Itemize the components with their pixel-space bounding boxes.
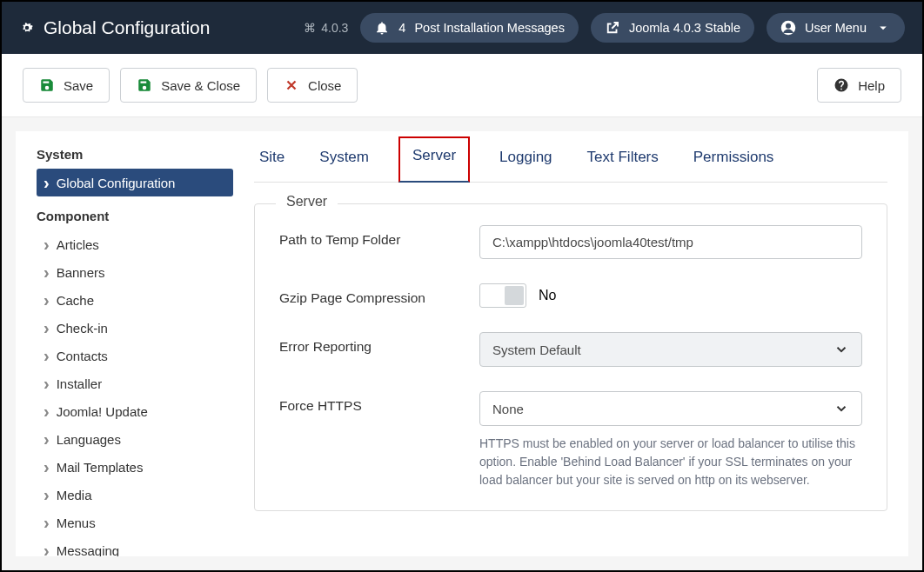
- page-title-area: Global Configuration: [19, 17, 291, 38]
- chevron-right-icon: [44, 402, 50, 420]
- gzip-value: No: [539, 288, 556, 303]
- https-select[interactable]: None: [479, 391, 862, 426]
- sidebar-item-media[interactable]: Media: [37, 481, 233, 509]
- chevron-down-icon: [875, 20, 891, 36]
- joomla-icon: ⌘: [304, 21, 316, 35]
- chevron-down-icon: [834, 342, 849, 357]
- header-bar: Global Configuration ⌘ 4.0.3 4 Post Inst…: [2, 2, 922, 54]
- tab-site[interactable]: Site: [254, 131, 290, 182]
- stable-button[interactable]: Joomla 4.0.3 Stable: [591, 13, 754, 43]
- chevron-right-icon: [44, 263, 50, 281]
- tabs: SiteSystemServerLoggingText FiltersPermi…: [254, 131, 887, 183]
- version-indicator: ⌘ 4.0.3: [304, 21, 348, 35]
- sidebar-item-check-in[interactable]: Check-in: [37, 314, 233, 342]
- path-input[interactable]: [479, 225, 862, 259]
- chevron-right-icon: [44, 174, 50, 191]
- fieldset-legend: Server: [276, 194, 338, 210]
- post-install-button[interactable]: 4 Post Installation Messages: [360, 13, 579, 43]
- save-button[interactable]: Save: [23, 68, 110, 103]
- chevron-right-icon: [44, 319, 50, 336]
- error-select[interactable]: System Default: [479, 332, 862, 367]
- external-link-icon: [605, 20, 620, 36]
- toolbar: Save Save & Close Close Help: [2, 54, 922, 117]
- sidebar-item-global-config[interactable]: Global Configuration: [37, 169, 233, 196]
- question-icon: [834, 77, 849, 93]
- tab-logging[interactable]: Logging: [494, 131, 558, 182]
- chevron-right-icon: [44, 486, 50, 503]
- chevron-right-icon: [44, 542, 50, 556]
- chevron-right-icon: [44, 347, 50, 364]
- chevron-right-icon: [44, 514, 50, 531]
- sidebar-item-mail-templates[interactable]: Mail Templates: [37, 453, 233, 481]
- sidebar: System Global Configuration Component Ar…: [16, 131, 233, 556]
- bell-icon: [374, 20, 390, 36]
- chevron-right-icon: [44, 236, 50, 253]
- path-label: Path to Temp Folder: [279, 225, 479, 248]
- server-fieldset: Server Path to Temp Folder Gzip Page Com…: [254, 203, 887, 511]
- error-label: Error Reporting: [279, 332, 479, 355]
- sidebar-item-installer[interactable]: Installer: [37, 369, 233, 397]
- sidebar-item-joomla-update[interactable]: Joomla! Update: [37, 397, 233, 425]
- sidebar-item-cache[interactable]: Cache: [37, 286, 233, 314]
- main-panel: SiteSystemServerLoggingText FiltersPermi…: [233, 131, 908, 556]
- help-button[interactable]: Help: [817, 68, 901, 103]
- close-button[interactable]: Close: [267, 68, 358, 103]
- gear-icon: [19, 20, 35, 36]
- sidebar-heading-component: Component: [37, 209, 233, 223]
- sidebar-heading-system: System: [37, 147, 233, 162]
- chevron-right-icon: [44, 375, 50, 392]
- user-icon: [780, 20, 796, 36]
- gzip-label: Gzip Page Compression: [279, 283, 479, 306]
- sidebar-item-banners[interactable]: Banners: [37, 258, 233, 286]
- gzip-toggle[interactable]: [479, 283, 526, 308]
- page-title: Global Configuration: [44, 17, 210, 38]
- sidebar-item-languages[interactable]: Languages: [37, 425, 233, 453]
- sidebar-item-contacts[interactable]: Contacts: [37, 342, 233, 369]
- sidebar-item-menus[interactable]: Menus: [37, 509, 233, 536]
- chevron-down-icon: [834, 401, 849, 416]
- tab-text-filters[interactable]: Text Filters: [582, 131, 664, 182]
- chevron-right-icon: [44, 291, 50, 309]
- save-icon: [39, 77, 55, 93]
- save-close-button[interactable]: Save & Close: [120, 68, 257, 103]
- https-label: Force HTTPS: [279, 391, 479, 414]
- chevron-right-icon: [44, 430, 50, 448]
- tab-system[interactable]: System: [314, 131, 374, 182]
- tab-server[interactable]: Server: [398, 136, 470, 183]
- user-menu-button[interactable]: User Menu: [767, 13, 905, 43]
- svg-point-1: [786, 23, 791, 29]
- close-icon: [284, 77, 299, 93]
- tab-permissions[interactable]: Permissions: [688, 131, 780, 182]
- sidebar-item-messaging[interactable]: Messaging: [37, 536, 233, 556]
- notification-count: 4: [398, 21, 405, 35]
- sidebar-item-articles[interactable]: Articles: [37, 230, 233, 258]
- https-help-text: HTTPS must be enabled on your server or …: [479, 435, 862, 489]
- save-icon: [137, 77, 152, 93]
- chevron-right-icon: [44, 458, 50, 476]
